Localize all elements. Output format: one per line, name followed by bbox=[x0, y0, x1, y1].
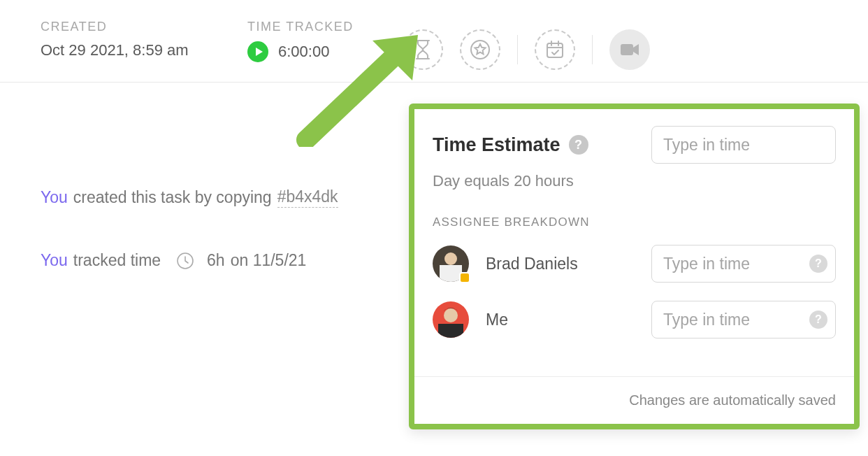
assignee-name: Brad Daniels bbox=[486, 255, 578, 273]
avatar bbox=[433, 301, 469, 338]
popover-footer: Changes are automatically saved bbox=[414, 376, 854, 424]
time-tracked-block: TIME TRACKED 6:00:00 bbox=[247, 20, 354, 62]
avatar bbox=[433, 245, 469, 282]
day-equals-note: Day equals 20 hours bbox=[433, 172, 836, 190]
time-estimate-popover: Time Estimate ? Day equals 20 hours ASSI… bbox=[409, 104, 860, 429]
activity-text: tracked time bbox=[73, 251, 161, 270]
svg-rect-11 bbox=[438, 324, 463, 338]
clock-icon bbox=[176, 252, 194, 270]
status-badge bbox=[459, 272, 470, 283]
time-tracked-label: TIME TRACKED bbox=[247, 20, 354, 34]
sprint-points-button[interactable] bbox=[460, 29, 500, 70]
created-value: Oct 29 2021, 8:59 am bbox=[41, 41, 247, 59]
tracked-duration: 6h bbox=[207, 251, 225, 270]
time-tracked-value: 6:00:00 bbox=[278, 43, 329, 61]
assignee-time-input[interactable] bbox=[651, 245, 836, 283]
assignee-time-input[interactable] bbox=[651, 301, 836, 339]
help-icon[interactable]: ? bbox=[809, 255, 827, 273]
hourglass-icon bbox=[414, 39, 432, 60]
popover-title: Time Estimate bbox=[433, 134, 560, 156]
divider bbox=[592, 35, 593, 64]
time-estimate-button[interactable] bbox=[403, 29, 443, 70]
assignee-breakdown-header: ASSIGNEE BREAKDOWN bbox=[433, 215, 836, 229]
divider bbox=[517, 35, 518, 64]
created-block: CREATED Oct 29 2021, 8:59 am bbox=[41, 20, 247, 59]
assignee-name: Me bbox=[486, 311, 508, 329]
activity-user: You bbox=[41, 188, 68, 207]
play-button[interactable] bbox=[247, 41, 268, 62]
icon-strip bbox=[403, 29, 650, 70]
play-icon bbox=[256, 48, 263, 56]
svg-point-10 bbox=[444, 308, 458, 322]
help-icon[interactable]: ? bbox=[809, 311, 827, 329]
date-icon bbox=[544, 39, 565, 60]
date-button[interactable] bbox=[535, 29, 575, 70]
assignee-row: Brad Daniels ? bbox=[433, 245, 836, 283]
video-button[interactable] bbox=[609, 29, 650, 70]
created-label: CREATED bbox=[41, 20, 247, 34]
time-estimate-input[interactable] bbox=[651, 126, 836, 164]
assignee-row: Me ? bbox=[433, 301, 836, 339]
camera-icon bbox=[619, 42, 640, 57]
svg-rect-2 bbox=[621, 44, 633, 55]
copied-from-link[interactable]: #b4x4dk bbox=[277, 187, 338, 208]
star-icon bbox=[469, 38, 491, 61]
help-icon[interactable]: ? bbox=[569, 135, 588, 155]
activity-text: created this task by copying bbox=[73, 188, 272, 207]
svg-point-6 bbox=[444, 252, 457, 265]
activity-user: You bbox=[41, 251, 68, 270]
svg-rect-1 bbox=[547, 43, 563, 57]
tracked-on: on 11/5/21 bbox=[231, 251, 307, 270]
